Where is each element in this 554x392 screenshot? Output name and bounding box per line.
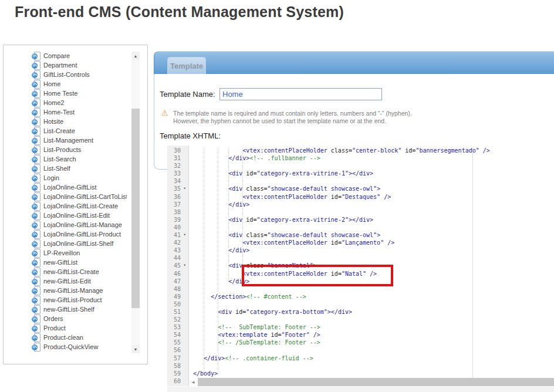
line-number: 55 [167, 339, 181, 346]
code-text[interactable]: </div><!-- .container-fluid --> [188, 354, 313, 362]
code-text[interactable]: <vtex:template id="Footer" /> [188, 331, 320, 339]
sidebar-item-home teste[interactable]: Home Teste [4, 89, 127, 98]
fold-arrow-icon [181, 293, 188, 300]
template-page-icon [32, 70, 40, 79]
sidebar-item-lojaonline-giftlist-shelf[interactable]: LojaOnline-GiftList-Shelf [4, 239, 127, 248]
sidebar-item-list-products[interactable]: List-Products [4, 145, 127, 154]
template-page-icon [32, 324, 40, 332]
template-page-icon [32, 136, 40, 144]
sidebar-item-lojaonline-giftlist[interactable]: LojaOnline-GiftList [4, 183, 127, 192]
code-line-53: 53 <!-- SubTemplate: Footer --> [167, 323, 472, 331]
code-text[interactable] [188, 316, 193, 323]
sidebar-item-label: Orders [43, 315, 63, 322]
line-number: 48 [167, 285, 181, 293]
code-line-58: 58 [167, 362, 472, 370]
sidebar-item-new-giftlist-product[interactable]: new-GiftList-Product [4, 295, 127, 305]
code-text[interactable]: <vtex:contentPlaceHolder id="Destaques" … [188, 193, 391, 201]
fold-arrow-icon[interactable]: ▾ [181, 231, 188, 239]
code-text[interactable]: <div class="showcase-default showcase-ow… [188, 185, 380, 192]
sidebar-item-lojaonline-giftlist-manage[interactable]: LojaOnline-GiftList-Manage [4, 220, 127, 229]
sidebar-item-home[interactable]: Home [4, 79, 127, 89]
line-number: 45 [167, 262, 181, 269]
code-text[interactable]: <!-- /SubTemplate: Footer --> [188, 339, 320, 346]
sidebar-item-label: List-Shelf [43, 165, 70, 172]
sidebar-item-new-giftlist-manage[interactable]: new-GiftList-Manage [4, 286, 127, 295]
template-list: CompareDepartmentGiftList-ControlsHomeHo… [4, 45, 127, 361]
code-text[interactable]: <!-- SubTemplate: Footer --> [188, 323, 320, 331]
sidebar-scroll-down-icon[interactable]: ▼ [131, 345, 140, 353]
sidebar-item-list-create[interactable]: List-Create [4, 126, 127, 136]
template-page-icon [32, 146, 40, 154]
fold-arrow-icon [181, 162, 188, 170]
template-name-input[interactable] [219, 88, 382, 100]
code-text[interactable]: </div><!-- .fullbanner --> [188, 154, 320, 162]
fold-arrow-icon [181, 316, 188, 323]
code-text[interactable] [188, 346, 193, 354]
sidebar-item-product-quickview[interactable]: Product-QuickView [4, 342, 127, 352]
sidebar-item-list-search[interactable]: List-Search [4, 154, 127, 164]
sidebar-item-lojaonline-giftlist-edit[interactable]: LojaOnline-GiftList-Edit [4, 211, 127, 220]
sidebar-item-hotsite[interactable]: Hotsite [4, 117, 127, 126]
sidebar-item-new-giftlist-create[interactable]: new-GiftList-Create [4, 267, 127, 276]
sidebar-item-label: LojaOnline-GiftList [43, 184, 97, 191]
sidebar-item-home-test[interactable]: Home-Test [4, 107, 127, 117]
code-text[interactable]: </section><!-- #content --> [188, 293, 306, 300]
code-text[interactable] [188, 208, 193, 216]
code-text[interactable] [188, 177, 193, 185]
code-text[interactable]: <div class="showcase-default showcase-ow… [188, 231, 380, 239]
sidebar-item-orders[interactable]: Orders [4, 314, 127, 323]
template-page-icon [32, 249, 40, 257]
code-text[interactable]: <div id="category-extra-vitrine-1"></div… [188, 170, 373, 177]
code-text[interactable] [188, 362, 193, 370]
code-text[interactable] [188, 300, 193, 308]
code-line-36: 36 <vtex:contentPlaceHolder id="Destaque… [167, 193, 472, 201]
code-text[interactable]: <div id="category-extra-vitrine-2"></div… [188, 216, 373, 224]
tab-template[interactable]: Template [167, 57, 206, 74]
sidebar-item-new-giftlist-edit[interactable]: new-GiftList-Edit [4, 276, 127, 286]
editor-hscrollbar-thumb[interactable] [198, 378, 554, 386]
line-number: 33 [167, 170, 181, 177]
code-text[interactable] [188, 162, 193, 170]
code-text[interactable]: <vtex:contentPlaceHolder id="Lançamento"… [188, 239, 394, 246]
sidebar-item-list-management[interactable]: List-Management [4, 136, 127, 145]
sidebar-scrollbar-thumb[interactable] [131, 109, 140, 308]
sidebar-item-label: LojaOnline-GiftList-Edit [43, 212, 110, 219]
sidebar-scroll-up-icon[interactable]: ▲ [131, 52, 140, 60]
fold-arrow-icon [181, 154, 188, 162]
code-text[interactable] [188, 254, 193, 262]
code-text[interactable]: <div id="category-extra-bottom"></div> [188, 308, 352, 316]
code-text[interactable]: </body> [188, 370, 218, 377]
sidebar-item-compare[interactable]: Compare [4, 51, 127, 60]
code-line-34: 34 [167, 177, 472, 185]
code-text[interactable] [188, 224, 193, 231]
sidebar-item-product-clean[interactable]: Product-clean [4, 333, 127, 342]
sidebar-item-lojaonline-giftlist-product[interactable]: LojaOnline-GiftList-Product [4, 229, 127, 239]
fold-arrow-icon[interactable]: ▾ [181, 262, 188, 269]
fold-arrow-icon [181, 346, 188, 354]
sidebar-item-new-giftlist[interactable]: new-GiftList [4, 258, 127, 267]
sidebar-item-login[interactable]: Login [4, 173, 127, 183]
sidebar-item-home2[interactable]: Home2 [4, 98, 127, 107]
sidebar-item-department[interactable]: Department [4, 60, 127, 70]
code-text[interactable]: </div> [188, 278, 249, 285]
code-text[interactable]: <vtex:contentPlaceHolder class="center-b… [188, 147, 490, 154]
fold-arrow-icon[interactable]: ▾ [181, 185, 188, 192]
line-number: 44 [167, 254, 181, 262]
sidebar-item-lojaonline-giftlist-carttolist[interactable]: LojaOnline-GiftList-CartToList [4, 192, 127, 201]
line-gutter: 36 [167, 193, 188, 201]
code-text[interactable] [188, 285, 193, 293]
sidebar-item-lojaonline-giftlist-create[interactable]: LojaOnline-GiftList-Create [4, 201, 127, 211]
sidebar-item-label: Login [43, 174, 59, 181]
code-text[interactable]: </div> [188, 246, 249, 254]
sidebar-item-giftlist-controls[interactable]: GiftList-Controls [4, 70, 127, 79]
sidebar-item-new-giftlist-shelf[interactable]: new-GiftList-Shelf [4, 305, 127, 314]
sidebar-item-lp-reveillon[interactable]: LP-Reveillon [4, 248, 127, 258]
fold-arrow-icon [181, 177, 188, 185]
line-gutter: 56 [167, 346, 188, 354]
code-text[interactable]: </div> [188, 201, 249, 208]
editor-hscroll-left-icon[interactable]: ◄ [191, 379, 195, 386]
sidebar-item-product[interactable]: Product [4, 323, 127, 333]
line-gutter: 39 [167, 216, 188, 224]
template-page-icon [32, 239, 40, 248]
sidebar-item-list-shelf[interactable]: List-Shelf [4, 164, 127, 173]
